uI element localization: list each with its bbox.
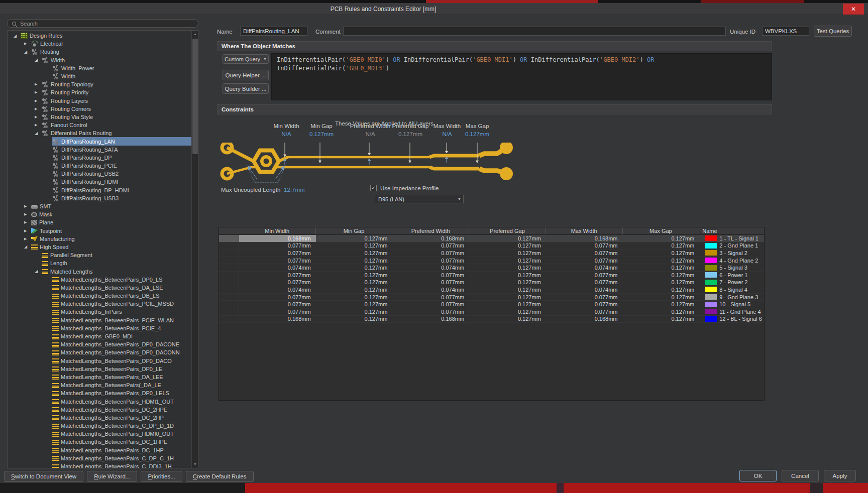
cell-max-gap[interactable]: 0.127mm <box>623 286 700 293</box>
search-box[interactable] <box>7 19 198 28</box>
cell-preferred-width[interactable]: 0.077mm <box>392 272 469 279</box>
tree-item-manufacturing[interactable]: ▶Manufacturing <box>8 235 191 243</box>
row-gutter[interactable] <box>219 264 239 271</box>
tree-item-content[interactable]: DiffPairsRouting_DP_HDMI <box>52 186 191 194</box>
layer-row-7-power-2[interactable]: 0.077mm0.127mm0.077mm0.127mm0.077mm0.127… <box>219 279 764 287</box>
cell-preferred-gap[interactable]: 0.127mm <box>469 286 546 293</box>
cell-min-gap[interactable]: 0.127mm <box>316 301 393 308</box>
cell-max-width[interactable]: 0.077mm <box>546 257 623 264</box>
tree-item-content[interactable]: DiffPairsRouting_USB2 <box>52 170 191 178</box>
tree-item-high-speed[interactable]: ◢High Speed <box>8 243 191 251</box>
tree-item-matchedlengths-gbe0-mdi[interactable]: MatchedLengths_GBE0_MDI <box>8 332 191 340</box>
tree-item-matched-lengths[interactable]: ◢Matched Lengths <box>8 267 191 275</box>
cell-preferred-gap[interactable]: 0.127mm <box>469 250 546 257</box>
cell-preferred-gap[interactable]: 0.127mm <box>469 279 546 286</box>
cell-max-width[interactable]: 0.077mm <box>546 279 623 286</box>
tree-item-content[interactable]: Routing Corners <box>41 105 191 113</box>
tree-item-diffpairsrouting-usb3[interactable]: DiffPairsRouting_USB3 <box>8 194 191 202</box>
cell-max-width[interactable]: 0.077mm <box>546 250 623 257</box>
tree-item-smt[interactable]: ▶SMT <box>8 202 191 210</box>
tree-item-matchedlengths-betweenpairs-dp0-le[interactable]: MatchedLengths_BetweenPairs_DP0_LE <box>8 365 191 373</box>
tree-item-content[interactable]: Parallel Segment <box>41 251 191 259</box>
tree-item-content[interactable]: MatchedLengths_BetweenPairs_DC_1HPE <box>52 438 191 446</box>
layer-row-11-gnd-plane-4[interactable]: 0.077mm0.127mm0.077mm0.127mm0.077mm0.127… <box>219 308 764 316</box>
tree-item-matchedlengths-betweenpairs-dp0-daco[interactable]: MatchedLengths_BetweenPairs_DP0_DACO <box>8 357 191 365</box>
tree-item-fanout-control[interactable]: ▶Fanout Control <box>8 121 191 129</box>
measure-value[interactable]: N/A <box>273 131 299 137</box>
expand-arrow-icon[interactable]: ▶ <box>35 123 41 127</box>
layer-row-6-power-1[interactable]: 0.077mm0.127mm0.077mm0.127mm0.077mm0.127… <box>219 272 764 279</box>
layer-row-10-signal-5[interactable]: 0.077mm0.127mm0.077mm0.127mm0.077mm0.127… <box>219 301 764 308</box>
tree-item-matchedlengths-betweenpairs-hdmi0-out[interactable]: MatchedLengths_BetweenPairs_HDMI0_OUT <box>8 430 191 438</box>
cell-max-width[interactable]: 0.168mm <box>546 316 623 323</box>
tree-item-matchedlengths-betweenpairs-dc-2hpe[interactable]: MatchedLengths_BetweenPairs_DC_2HPE <box>8 406 191 414</box>
cell-preferred-width[interactable]: 0.074mm <box>392 286 469 293</box>
cell-min-gap[interactable]: 0.127mm <box>316 279 393 286</box>
cell-max-gap[interactable]: 0.127mm <box>623 294 700 301</box>
tree-item-diffpairsrouting-usb2[interactable]: DiffPairsRouting_USB2 <box>8 170 191 178</box>
row-gutter[interactable] <box>219 272 239 279</box>
tree-item-matchedlengths-betweenpairs-c-ddi3-1h[interactable]: MatchedLengths_BetweenPairs_C_DDI3_1H <box>8 462 191 468</box>
tree-item-diffpairsrouting-sata[interactable]: DiffPairsRouting_SATA <box>8 146 191 154</box>
tree-item-content[interactable]: MatchedLengths_BetweenPairs_C_DP_D_1D <box>52 422 191 430</box>
scroll-down-icon[interactable]: ▼ <box>192 461 198 468</box>
tree-item-content[interactable]: SMT <box>31 202 191 210</box>
cell-max-gap[interactable]: 0.127mm <box>623 242 700 250</box>
tree-item-content[interactable]: MatchedLengths_BetweenPairs_PCIE_4 <box>52 324 191 332</box>
create-default-rules-button[interactable]: Create Default Rules <box>186 471 254 482</box>
tree-item-content[interactable]: MatchedLengths_BetweenPairs_DA_LEE <box>52 373 191 381</box>
cell-min-width[interactable]: 0.077mm <box>239 250 316 257</box>
row-gutter[interactable] <box>219 257 239 264</box>
cell-max-width[interactable]: 0.074mm <box>546 264 623 271</box>
cell-min-gap[interactable]: 0.127mm <box>316 308 393 315</box>
cell-preferred-gap[interactable]: 0.127mm <box>469 301 546 308</box>
expand-arrow-icon[interactable]: ▶ <box>35 115 41 119</box>
cell-max-gap[interactable]: 0.127mm <box>623 235 700 242</box>
expand-arrow-icon[interactable]: ▶ <box>35 82 41 86</box>
rule-name-input[interactable] <box>240 27 307 36</box>
tree-item-routing-priority[interactable]: ▶Routing Priority <box>8 88 191 96</box>
query-editor[interactable]: InDifferentialPair('GBE0_MDI0') OR InDif… <box>271 53 772 100</box>
tree-item-content[interactable]: MatchedLengths_BetweenPairs_PCIE_MSSD <box>52 300 191 308</box>
tree-item-content[interactable]: Testpoint <box>31 227 191 235</box>
tree-item-content[interactable]: MatchedLengths_BetweenPairs(_DA_LE <box>52 381 191 389</box>
expand-arrow-icon[interactable]: ◢ <box>14 34 20 38</box>
expand-arrow-icon[interactable]: ◢ <box>35 131 41 136</box>
test-queries-button[interactable]: Test Queries <box>814 26 852 37</box>
row-gutter[interactable] <box>219 242 239 250</box>
cell-min-width[interactable]: 0.077mm <box>239 257 316 264</box>
measure-value[interactable]: 0.127mm <box>465 131 489 137</box>
cell-min-width[interactable]: 0.077mm <box>239 294 316 301</box>
tree-item-matchedlengths-betweenpairs-c-dp-c-1h[interactable]: MatchedLengths_BetweenPairs_C_DP_C_1H <box>8 454 191 462</box>
tree-item-content[interactable]: MatchedLengths_BetweenPairs_DC_1HP <box>52 446 191 454</box>
cell-max-gap[interactable]: 0.127mm <box>623 301 700 308</box>
scrollbar-thumb[interactable] <box>192 39 198 154</box>
tree-item-routing-via-style[interactable]: ▶Routing Via Style <box>8 113 191 121</box>
tree-item-matchedlengths-betweenpairs-pcie-wlan[interactable]: MatchedLengths_BetweenPairs_PCIE_WLAN <box>8 316 191 324</box>
tree-item-matchedlengths-betweenpairs-pcie-mssd[interactable]: MatchedLengths_BetweenPairs_PCIE_MSSD <box>8 300 191 308</box>
tree-item-routing[interactable]: ◢Routing <box>8 48 191 56</box>
row-gutter[interactable] <box>219 301 239 308</box>
row-gutter[interactable] <box>219 235 239 242</box>
tree-item-diffpairsrouting-dp-hdmi[interactable]: DiffPairsRouting_DP_HDMI <box>8 186 191 194</box>
tree-item-content[interactable]: DiffPairsRouting_HDMI <box>52 178 191 186</box>
cell-min-width[interactable]: 0.077mm <box>239 301 316 308</box>
tree-item-content[interactable]: DiffPairsRouting_LAN <box>52 137 191 145</box>
switch-to-document-view-button[interactable]: Switch to Document View <box>4 471 83 482</box>
tree-item-matchedlengths-betweenpairs-dc-1hpe[interactable]: MatchedLengths_BetweenPairs_DC_1HPE <box>8 438 191 446</box>
tree-item-content[interactable]: MatchedLengths_InPairs <box>52 308 191 316</box>
grid-column-header-min-gap[interactable]: Min Gap <box>316 227 393 234</box>
tree-item-matchedlengths-betweenpairs-db-ls[interactable]: MatchedLengths_BetweenPairs_DB_LS <box>8 292 191 300</box>
expand-arrow-icon[interactable]: ▶ <box>35 107 41 111</box>
tree-item-content[interactable]: Routing Via Style <box>41 113 191 121</box>
cell-max-width[interactable]: 0.077mm <box>546 242 623 250</box>
cell-min-width[interactable]: 0.168mm <box>239 235 316 242</box>
expand-arrow-icon[interactable]: ◢ <box>24 244 31 249</box>
cell-min-gap[interactable]: 0.127mm <box>316 235 393 242</box>
measure-value[interactable]: N/A <box>350 131 391 137</box>
tree-item-matchedlengths-betweenpairs-pcie-4[interactable]: MatchedLengths_BetweenPairs_PCIE_4 <box>8 324 191 332</box>
tree-item-content[interactable]: MatchedLengths_BetweenPairs_DP0_LE <box>52 365 191 373</box>
expand-arrow-icon[interactable]: ◢ <box>24 50 31 54</box>
cell-preferred-width[interactable]: 0.077mm <box>392 279 469 286</box>
cell-min-width[interactable]: 0.077mm <box>239 308 316 315</box>
